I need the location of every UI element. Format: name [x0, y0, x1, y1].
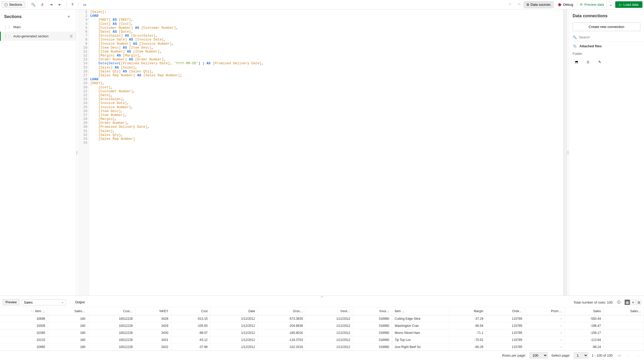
- preview-data-button[interactable]: ⟳ Preview data: [577, 1, 607, 8]
- chevron-left-icon: ‹: [628, 353, 629, 357]
- create-connection-label: Create new connection: [589, 25, 624, 29]
- help-button[interactable]: ?: [69, 1, 76, 8]
- load-data-label: Load data: [623, 3, 639, 7]
- table-row[interactable]: 10696180100122263428-513.151/12/2012-573…: [0, 315, 644, 322]
- data-sources-label: Data sources: [531, 3, 551, 7]
- page-range-label: 1 - 100 of 100: [592, 353, 613, 357]
- separator: [27, 2, 27, 8]
- layout-button[interactable]: ▭: [81, 1, 89, 8]
- connections-title: Data connections: [569, 11, 644, 20]
- column-header[interactable]: Orde…: [486, 307, 525, 315]
- table-cell: [604, 329, 644, 336]
- column-header[interactable]: Invoi…: [353, 307, 392, 315]
- redo-button[interactable]: ↷: [515, 1, 523, 8]
- table-cell: 10012226: [88, 315, 135, 322]
- debug-label: Debug: [563, 3, 573, 7]
- preview-table-select[interactable]: Sales: [22, 299, 66, 305]
- list-view-button[interactable]: ≡: [630, 300, 636, 305]
- table-view-button[interactable]: ▦: [625, 300, 630, 305]
- table-cell: -550.44: [564, 315, 603, 322]
- panel-icon: ▢: [4, 3, 8, 7]
- table-row[interactable]: 10385180100122263430-88.071/12/2012-165.…: [0, 329, 644, 336]
- table-cell: 3428: [135, 315, 171, 322]
- total-rows-label: Total number of rows: 100: [573, 300, 613, 304]
- separator: [78, 2, 79, 8]
- code-editor[interactable]: 1234567891011121314151617181920212223242…: [78, 9, 567, 295]
- column-header[interactable]: Cost: [171, 307, 210, 315]
- outdent-button[interactable]: ⇤: [56, 1, 64, 8]
- section-label: Auto-generated section: [13, 34, 67, 38]
- create-connection-button[interactable]: Create new connection: [573, 22, 640, 31]
- plus-icon: +: [67, 14, 70, 19]
- next-page-button[interactable]: ›: [635, 353, 641, 358]
- code-content[interactable]: [Sales]:LOAD [%KEY] AS [%KEY], [Cost] AS…: [89, 9, 563, 295]
- section-item[interactable]: ⋮⋮ Auto-generated section 🗑: [0, 32, 76, 41]
- prev-page-button[interactable]: ‹: [626, 353, 631, 358]
- table-cell: 10012226: [88, 336, 135, 344]
- preview-data-dropdown[interactable]: ⌄: [608, 1, 614, 8]
- preview-table: ↑↓Item …Sales…Cust…%KEYCostDateGros…Invo…: [0, 307, 644, 351]
- data-sources-button[interactable]: ⧉ Data sources: [524, 1, 554, 8]
- column-header[interactable]: %KEY: [135, 307, 171, 315]
- first-page-button[interactable]: ⏮: [616, 353, 622, 358]
- select-data-button[interactable]: ⬒: [573, 58, 580, 66]
- table-cell: 115785: [486, 336, 525, 344]
- indent-button[interactable]: ⇥: [47, 1, 55, 8]
- pagination: Rows per page: 100 Select page: 1 1 - 10…: [0, 351, 644, 360]
- preview-panel: ═ Preview Sales Output Total number of r…: [0, 295, 644, 360]
- table-row[interactable]: 10009180100122263429-105.931/12/2012-204…: [0, 322, 644, 329]
- table-cell: 3432: [135, 344, 171, 351]
- drag-handle-icon[interactable]: ⋮⋮: [4, 25, 11, 29]
- insert-script-button[interactable]: ⎙: [584, 58, 592, 66]
- grid-view-button[interactable]: ⊞: [636, 300, 641, 305]
- table-cell: -70.52: [449, 336, 486, 344]
- add-section-button[interactable]: +: [66, 14, 72, 20]
- debug-button[interactable]: 🐞 Debug: [555, 1, 576, 8]
- column-header[interactable]: Item …: [392, 307, 449, 315]
- column-header[interactable]: Sales…: [604, 307, 644, 315]
- column-header[interactable]: Prom…: [525, 307, 564, 315]
- column-header[interactable]: Date: [210, 307, 258, 315]
- table-cell: 180: [48, 336, 88, 344]
- preview-tab[interactable]: Preview: [3, 299, 20, 305]
- output-tab[interactable]: Output: [73, 299, 87, 305]
- table-cell: 1/12/2012: [306, 329, 353, 336]
- column-header[interactable]: Margin: [449, 307, 486, 315]
- sections-toggle-label: Sections: [9, 3, 22, 7]
- horizontal-splitter[interactable]: ═: [0, 296, 644, 298]
- info-button[interactable]: ⓘ: [615, 299, 623, 306]
- table-cell: 1/12/2012: [210, 344, 258, 351]
- search-icon: 🔍: [573, 35, 577, 39]
- help-icon: ?: [71, 3, 73, 7]
- drag-handle-icon[interactable]: ⋮⋮: [4, 34, 11, 38]
- column-header[interactable]: Gros…: [258, 307, 306, 315]
- column-header[interactable]: Sales: [564, 307, 603, 315]
- column-header[interactable]: Cust…: [88, 307, 135, 315]
- table-cell: [604, 344, 644, 351]
- search-button[interactable]: 🔍: [30, 1, 37, 8]
- table-row[interactable]: 10215180100122263431-43.121/12/2012-118.…: [0, 336, 644, 344]
- sections-toggle-button[interactable]: ▢ Sections: [2, 1, 25, 8]
- page-select[interactable]: 1: [574, 352, 588, 358]
- edit-connection-button[interactable]: ✎: [596, 58, 603, 66]
- delete-section-button[interactable]: 🗑: [70, 34, 73, 38]
- table-cell: 10215: [0, 336, 48, 344]
- table-cell: 10965: [0, 344, 48, 351]
- table-row[interactable]: 10965180100122263432-37.981/12/2012-102.…: [0, 344, 644, 351]
- column-header[interactable]: Sales…: [48, 307, 88, 315]
- connections-search-input[interactable]: [579, 35, 640, 39]
- vertical-scrollbar[interactable]: [563, 9, 567, 295]
- table-cell: -113.64: [564, 336, 603, 344]
- attached-files-label: Attached files: [579, 44, 602, 48]
- column-header[interactable]: ↑↓Item …: [0, 307, 48, 315]
- section-item[interactable]: ⋮⋮ Main: [0, 22, 76, 32]
- comment-button[interactable]: //: [38, 1, 46, 8]
- rows-per-page-select[interactable]: 100: [529, 352, 548, 358]
- undo-button[interactable]: ↶: [506, 1, 514, 8]
- table-cell: 1/12/2012: [306, 315, 353, 322]
- load-data-button[interactable]: ▷ Load data: [615, 1, 642, 8]
- table-cell: 3429: [135, 322, 171, 329]
- column-header[interactable]: Invoi…: [306, 307, 353, 315]
- table-cell: -37.98: [171, 344, 210, 351]
- insert-script-icon: ⎙: [587, 60, 589, 64]
